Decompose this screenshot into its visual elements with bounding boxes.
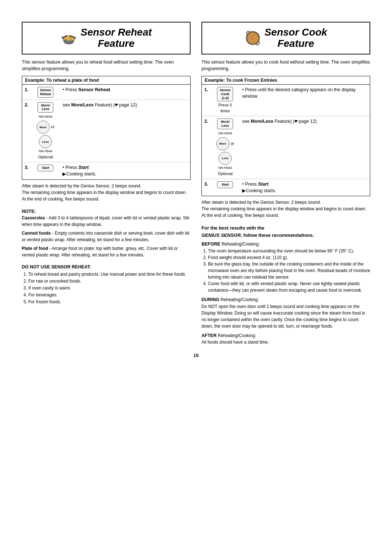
step-1-num: 1. <box>22 85 31 100</box>
step-2-desc: see More/Less Feature) (☛page 12) <box>60 100 190 162</box>
step-2-num: 2. <box>22 100 31 162</box>
cook-step-3-num: 3. <box>202 179 211 196</box>
do-not-item-2: For raw or uncooked foods. <box>28 278 191 285</box>
start-button-cook: Start <box>217 181 233 188</box>
cook-title-line1: Sensor Cook <box>265 27 327 38</box>
note-plate-of-food: Plate of food - Arrange food on plate; t… <box>22 245 191 258</box>
after-label: AFTER <box>201 333 217 338</box>
do-not-item-3: If oven cavity is warm. <box>28 285 191 292</box>
genius-title: For the best results with theGENIUS SENS… <box>201 224 370 239</box>
cook-example-box: Example: To cook Frozen Entrées 1. Senso… <box>201 76 370 196</box>
cook-step-1-icon: SensorCook(1-6) Press 5 times <box>211 85 240 116</box>
during-label: DURING <box>201 297 219 302</box>
step-1-icon: SensorReheat <box>31 85 60 100</box>
optional-label-cook: Optional <box>213 171 237 177</box>
reheat-title-line1: Sensor Reheat <box>81 27 152 38</box>
more-less-button-reheat: More/Less <box>37 102 53 113</box>
reheat-after-steam: After steam is detected by the Genius Se… <box>22 183 191 202</box>
left-column: 🍲 Sensor Reheat Feature This sensor feat… <box>22 22 191 345</box>
model-label-2: NN-H644 <box>33 149 57 154</box>
before-label: BEFORE <box>201 242 220 247</box>
note-canned-foods: Canned foods - Empty contents into casse… <box>22 230 191 243</box>
less-button-reheat: Less <box>39 135 52 148</box>
reheat-note-section: NOTE: Casseroles - Add 3 to 4 tablespoon… <box>22 208 191 261</box>
reheat-example-header: Example: To reheat a plate of food <box>22 76 190 85</box>
do-not-item-1: To reheat bread and pastry products. Use… <box>28 271 191 278</box>
before-item-1: The room temperature surrounding the ove… <box>208 248 370 254</box>
reheat-header: 🍲 Sensor Reheat Feature <box>22 22 191 54</box>
during-section: DURING Reheating/Cooking: <box>201 296 370 303</box>
step-3-desc: • Press Start.▶Cooking starts. <box>60 162 190 179</box>
reheat-icon: 🍲 <box>61 32 77 45</box>
before-item-2: Food weight should exceed 4 oz. (110 g). <box>208 254 370 261</box>
reheat-title-line2: Feature <box>98 38 134 49</box>
cook-header: 🥘 Sensor Cook Feature <box>201 22 370 54</box>
before-list: The room temperature surrounding the ove… <box>208 248 370 293</box>
cook-icon: 🥘 <box>245 32 261 45</box>
cook-step-2-icon: More/Less NN-H634 More or Less NN-H644 O… <box>211 116 240 179</box>
reheat-example-box: Example: To reheat a plate of food 1. Se… <box>22 76 191 179</box>
sensor-reheat-button-label: SensorReheat <box>40 88 51 96</box>
cook-model-label-2: NN-H644 <box>213 166 237 170</box>
cook-title-line2: Feature <box>277 38 314 49</box>
note-label: NOTE: <box>22 209 36 214</box>
after-text: All foods should have a stand time. <box>201 339 370 345</box>
cook-step-3-icon: Start <box>211 179 240 196</box>
before-item-4: Cover food with lid, or with vented plas… <box>208 280 370 293</box>
after-section: AFTER Reheating/Cooking: <box>201 332 370 339</box>
note-casseroles: Casseroles - Add 3 to 4 tablespoons of l… <box>22 215 191 228</box>
cook-step-3-desc: • Press Start.▶Cooking starts. <box>240 179 370 196</box>
sensor-reheat-button: SensorReheat <box>37 87 53 98</box>
reheat-description: This sensor feature allows you to reheat… <box>22 59 191 73</box>
page-number: 15 <box>22 353 370 358</box>
do-not-list: To reheat bread and pastry products. Use… <box>28 271 191 306</box>
before-item-3: Be sure the glass tray, the outside of t… <box>208 261 370 280</box>
cook-after-steam: After steam is detected by the Genius Se… <box>201 199 370 219</box>
cook-description: This sensor feature allows you to cook f… <box>201 59 370 73</box>
or-text-reheat: or <box>51 124 55 130</box>
cook-title: Sensor Cook Feature <box>265 27 327 49</box>
step-2-icon: More/Less NN-H634 More or Less NN-H644 O… <box>31 100 60 162</box>
more-less-button-cook: More/Less <box>217 118 233 129</box>
model-label-1: NN-H634 <box>33 114 57 119</box>
optional-label-reheat: Optional <box>33 154 57 160</box>
reheat-title: Sensor Reheat Feature <box>81 27 152 49</box>
cook-step-1-num: 1. <box>202 85 211 116</box>
more-button-reheat: More <box>37 121 50 134</box>
more-button-cook: More <box>216 137 229 150</box>
cook-model-label-1: NN-H634 <box>213 131 237 136</box>
reheat-step-3: 3. Start • Press Start.▶Cooking starts. <box>22 162 190 179</box>
cook-step-2: 2. More/Less NN-H634 More or Less NN-H64… <box>202 116 370 179</box>
right-column: 🥘 Sensor Cook Feature This sensor featur… <box>201 22 370 345</box>
reheat-steps-table: 1. SensorReheat • Press Sensor Reheat. 2… <box>22 85 190 179</box>
cook-example-header: Example: To cook Frozen Entrées <box>202 76 370 85</box>
reheat-step-1: 1. SensorReheat • Press Sensor Reheat. <box>22 85 190 100</box>
less-button-cook: Less <box>219 152 232 165</box>
step-1-desc: • Press Sensor Reheat. <box>60 85 190 100</box>
start-button-reheat: Start <box>37 165 53 171</box>
cook-step-3: 3. Start • Press Start.▶Cooking starts. <box>202 179 370 196</box>
cook-step-1-desc: • Press until the desired category appea… <box>240 85 370 116</box>
cook-step-2-desc: see More/Less Feature) (☛page 12) <box>240 116 370 179</box>
reheat-step-2: 2. More/Less NN-H634 More or Less NN-H64… <box>22 100 190 162</box>
or-text-cook: or <box>231 141 234 147</box>
do-not-item-5: For frozen foods. <box>28 299 191 305</box>
do-not-label: DO NOT USE SENSOR REHEAT: <box>22 264 91 270</box>
do-not-item-4: For beverages. <box>28 292 191 299</box>
main-container: 🍲 Sensor Reheat Feature This sensor feat… <box>22 22 370 345</box>
cook-step-1: 1. SensorCook(1-6) Press 5 times • Press… <box>202 85 370 116</box>
sensor-cook-button: SensorCook(1-6) <box>217 87 233 101</box>
before-section: BEFORE Reheating/Cooking: <box>201 241 370 248</box>
press-times-label: Press 5 times <box>213 102 237 114</box>
cook-steps-table: 1. SensorCook(1-6) Press 5 times • Press… <box>202 85 370 196</box>
genius-section: For the best results with theGENIUS SENS… <box>201 224 370 345</box>
step-3-num: 3. <box>22 162 31 179</box>
do-not-section: DO NOT USE SENSOR REHEAT: To reheat brea… <box>22 263 191 305</box>
cook-step-2-num: 2. <box>202 116 211 179</box>
step-3-icon: Start <box>31 162 60 179</box>
during-text: Do NOT open the oven door until 2 beeps … <box>201 303 370 329</box>
